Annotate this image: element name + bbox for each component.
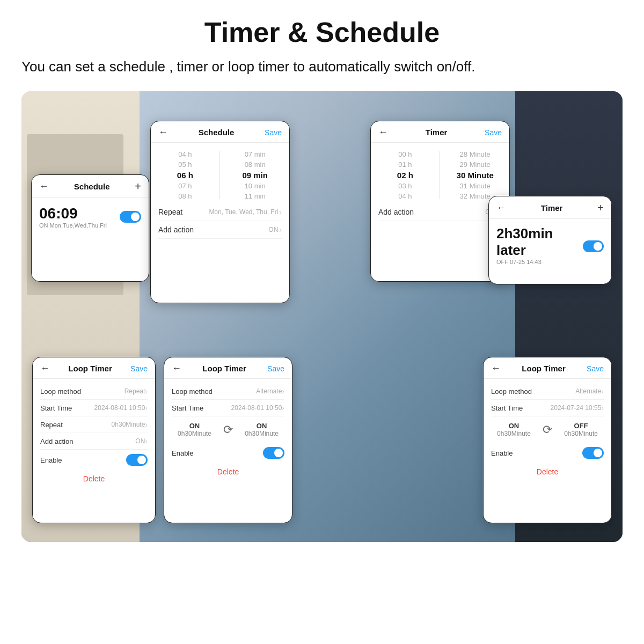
schedule-repeat-row[interactable]: Repeat Mon, Tue, Wed, Thu, Fri ›: [158, 203, 282, 221]
timer-small-toggle[interactable]: [583, 240, 604, 252]
loop1-repeat-value: 0h30Minute›: [112, 420, 148, 429]
loop3-header: ← Loop Timer Save: [484, 357, 611, 379]
min-07[interactable]: 07 min: [236, 149, 274, 159]
loop3-on-block: ON 0h30Minute: [497, 422, 531, 437]
loop2-method-row[interactable]: Loop method Alternate›: [172, 383, 284, 400]
loop3-enable-row: Enable: [491, 443, 604, 463]
timer-minute-column: 28 Minute 29 Minute 30 Minute 31 Minute …: [456, 149, 494, 201]
timer-small-sub: OFF 07-25 14:43: [496, 259, 583, 265]
loop1-enable-toggle[interactable]: [126, 454, 148, 466]
loop2-off-block: ON 0h30Minute: [245, 422, 279, 437]
loop3-method-value: Alternate›: [575, 387, 604, 396]
timer-large-back-button[interactable]: ←: [378, 127, 388, 138]
loop2-start-time-value: 2024-08-01 10:50›: [231, 404, 284, 412]
time-picker-divider: [219, 151, 220, 199]
schedule-small-plus-button[interactable]: +: [135, 180, 141, 193]
loop1-add-action-label: Add action: [40, 437, 73, 445]
loop2-method-label: Loop method: [172, 387, 213, 396]
schedule-large-back-button[interactable]: ←: [158, 127, 168, 138]
timer-hour-03[interactable]: 03 h: [386, 181, 424, 191]
loop1-title: Loop Timer: [50, 364, 130, 373]
min-09-selected[interactable]: 09 min: [236, 170, 274, 181]
loop2-on-label: ON: [178, 422, 211, 430]
loop1-repeat-row[interactable]: Repeat 0h30Minute›: [40, 416, 148, 433]
loop2-body: Loop method Alternate› Start Time 2024-0…: [164, 379, 292, 482]
timer-min-30-selected[interactable]: 30 Minute: [456, 170, 494, 181]
timer-large-save-button[interactable]: Save: [485, 128, 502, 137]
loop3-delete-button[interactable]: Delete: [491, 463, 604, 478]
schedule-large-title: Schedule: [168, 128, 265, 137]
loop1-start-time-value: 2024-08-01 10:50›: [94, 404, 148, 412]
hour-04[interactable]: 04 h: [166, 149, 204, 159]
timer-large-time-picker: 00 h 01 h 02 h 03 h 04 h 28 Minute 29 Mi…: [378, 149, 502, 201]
timer-hour-01[interactable]: 01 h: [386, 159, 424, 170]
min-11[interactable]: 11 min: [236, 191, 274, 201]
timer-small-body: 2h30min later OFF 07-25 14:43: [489, 219, 611, 274]
loop2-delete-button[interactable]: Delete: [172, 463, 284, 478]
loop1-enable-row: Enable: [40, 450, 148, 470]
timer-hour-04[interactable]: 04 h: [386, 191, 424, 201]
timer-small-title: Timer: [506, 203, 597, 213]
timer-small-back-button[interactable]: ←: [496, 202, 506, 214]
timer-time-picker-divider: [440, 151, 440, 199]
schedule-add-action-label: Add action: [158, 225, 194, 234]
loop1-header: ← Loop Timer Save: [33, 357, 155, 379]
schedule-minute-column: 07 min 08 min 09 min 10 min 11 min: [236, 149, 274, 201]
loop1-repeat-label: Repeat: [40, 421, 63, 429]
schedule-small-title: Schedule: [49, 182, 135, 191]
page-subtitle: You can set a schedule , timer or loop t…: [21, 57, 623, 76]
loop3-enable-toggle[interactable]: [582, 447, 604, 459]
schedule-large-body: 04 h 05 h 06 h 07 h 08 h 07 min 08 min 0…: [151, 143, 289, 243]
loop3-off-label: OFF: [564, 422, 598, 430]
timer-add-action-row[interactable]: Add action OFF ›: [378, 203, 502, 221]
hour-07[interactable]: 07 h: [166, 181, 204, 191]
hour-05[interactable]: 05 h: [166, 159, 204, 170]
timer-small-big-time: 2h30min later: [496, 225, 583, 259]
timer-small-header: ← Timer +: [489, 196, 611, 219]
timer-hour-00[interactable]: 00 h: [386, 149, 424, 159]
loop3-back-button[interactable]: ←: [491, 363, 501, 374]
loop1-start-time-row[interactable]: Start Time 2024-08-01 10:50›: [40, 400, 148, 416]
min-08[interactable]: 08 min: [236, 159, 274, 170]
loop1-method-row[interactable]: Loop method Repeat›: [40, 383, 148, 400]
loop1-enable-label: Enable: [40, 456, 62, 464]
schedule-small-toggle[interactable]: [120, 211, 141, 223]
schedule-small-days: ON Mon,Tue,Wed,Thu,Fri: [39, 222, 107, 229]
schedule-add-action-row[interactable]: Add action ON ›: [158, 221, 282, 239]
loop3-start-time-row[interactable]: Start Time 2024-07-24 10:55›: [491, 400, 604, 416]
schedule-small-back-button[interactable]: ←: [39, 181, 49, 192]
loop2-off-label: ON: [245, 422, 279, 430]
hour-06-selected[interactable]: 06 h: [166, 170, 204, 181]
loop2-save-button[interactable]: Save: [267, 364, 284, 373]
loop2-start-time-label: Start Time: [172, 404, 203, 412]
loop1-body: Loop method Repeat› Start Time 2024-08-0…: [33, 379, 155, 489]
loop1-save-button[interactable]: Save: [130, 364, 148, 373]
loop1-add-action-row[interactable]: Add action ON›: [40, 433, 148, 450]
loop2-back-button[interactable]: ←: [172, 363, 181, 374]
timer-min-31[interactable]: 31 Minute: [456, 181, 494, 191]
loop2-repeat-icon: ⟳: [223, 423, 233, 437]
timer-min-28[interactable]: 28 Minute: [456, 149, 494, 159]
loop3-save-button[interactable]: Save: [587, 364, 604, 373]
loop-timer-1-card: ← Loop Timer Save Loop method Repeat› St…: [32, 357, 156, 523]
schedule-small-card: ← Schedule + 06:09 ON Mon,Tue,Wed,Thu,Fr…: [31, 174, 149, 282]
timer-min-32[interactable]: 32 Minute: [456, 191, 494, 201]
loop2-enable-toggle[interactable]: [263, 447, 284, 459]
schedule-small-time: 06:09: [39, 205, 107, 222]
timer-min-29[interactable]: 29 Minute: [456, 159, 494, 170]
timer-hour-02-selected[interactable]: 02 h: [386, 170, 424, 181]
schedule-large-time-picker: 04 h 05 h 06 h 07 h 08 h 07 min 08 min 0…: [158, 149, 282, 201]
min-10[interactable]: 10 min: [236, 181, 274, 191]
schedule-large-save-button[interactable]: Save: [265, 128, 282, 137]
loop2-on-block: ON 0h30Minute: [178, 422, 211, 437]
loop2-start-time-row[interactable]: Start Time 2024-08-01 10:50›: [172, 400, 284, 416]
hour-08[interactable]: 08 h: [166, 191, 204, 201]
loop3-method-label: Loop method: [491, 387, 532, 396]
loop3-method-row[interactable]: Loop method Alternate›: [491, 383, 604, 400]
loop1-back-button[interactable]: ←: [40, 363, 50, 374]
loop2-off-time: 0h30Minute: [245, 430, 279, 437]
timer-add-action-label: Add action: [378, 208, 414, 216]
timer-small-plus-button[interactable]: +: [597, 202, 604, 214]
loop1-delete-button[interactable]: Delete: [40, 470, 148, 485]
loop2-on-time: 0h30Minute: [178, 430, 211, 437]
